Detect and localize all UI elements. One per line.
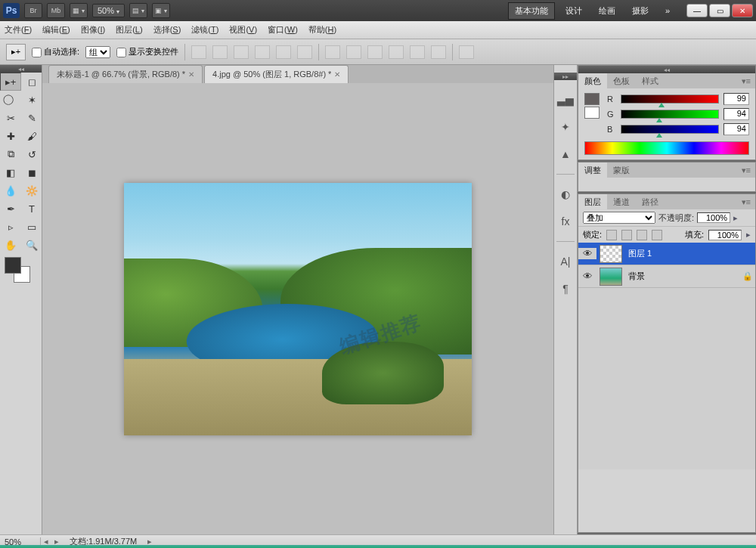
distribute-icon[interactable] — [367, 45, 383, 59]
fill-value[interactable]: 100% — [708, 230, 742, 240]
menu-l[interactable]: 图层(L) — [116, 24, 142, 36]
tab-paths[interactable]: 路径 — [636, 194, 665, 210]
tool-hand[interactable]: ✋ — [0, 236, 21, 254]
align-icon[interactable] — [191, 45, 206, 59]
tool-marquee[interactable]: ◻ — [21, 73, 42, 91]
tool-history[interactable]: ↺ — [21, 145, 42, 163]
layer-row[interactable]: 👁图层 1 — [578, 243, 755, 265]
menu-e[interactable]: 编辑(E) — [42, 24, 70, 36]
window-maximize[interactable]: ▭ — [709, 4, 730, 17]
workspace-more[interactable]: » — [659, 4, 676, 17]
histogram-icon[interactable]: ▃▅ — [557, 92, 574, 107]
workspace-photo[interactable]: 摄影 — [626, 3, 655, 19]
tab-styles[interactable]: 样式 — [636, 73, 665, 89]
close-icon[interactable]: ✕ — [188, 70, 194, 79]
minibridge-icon[interactable]: Mb — [47, 3, 65, 18]
bridge-icon[interactable]: Br — [24, 3, 42, 18]
align-icon[interactable] — [212, 45, 228, 59]
tool-type[interactable]: T — [21, 200, 42, 218]
align-icon[interactable] — [255, 45, 270, 59]
foreground-swatch[interactable] — [5, 257, 21, 274]
strip-handle[interactable]: ▸▸ — [554, 73, 577, 80]
workspace-basic[interactable]: 基本功能 — [508, 2, 555, 20]
document-tab[interactable]: 4.jpg @ 50% (图层 1, RGB/8#) *✕ — [204, 65, 349, 83]
tab-swatches[interactable]: 色板 — [607, 73, 636, 89]
align-icon[interactable] — [297, 45, 312, 59]
screen-mode-icon[interactable]: ▣ — [152, 3, 170, 18]
auto-select-checkbox[interactable]: 自动选择: — [32, 46, 79, 57]
distribute-icon[interactable] — [346, 45, 361, 59]
menu-s[interactable]: 选择(S) — [153, 24, 181, 36]
tool-wand[interactable]: ✶ — [21, 91, 42, 109]
tool-gradient[interactable]: ◼ — [21, 163, 42, 181]
tool-path-sel[interactable]: ▹ — [0, 218, 21, 236]
menu-w[interactable]: 窗口(W) — [268, 24, 298, 36]
menu-v[interactable]: 视图(V) — [229, 24, 257, 36]
lock-position-icon[interactable] — [637, 230, 647, 240]
tool-shape[interactable]: ▭ — [21, 218, 42, 236]
lock-pixels-icon[interactable] — [621, 230, 632, 240]
close-icon[interactable]: ✕ — [334, 70, 340, 79]
menu-f[interactable]: 文件(F) — [5, 24, 32, 36]
canvas[interactable]: 编辑推荐 — [124, 183, 472, 435]
arrange-docs-icon[interactable]: ▤ — [129, 3, 147, 18]
styles-icon[interactable]: fx — [557, 214, 574, 229]
current-tool-icon[interactable]: ▸+ — [6, 44, 26, 60]
tab-color[interactable]: 颜色 — [578, 73, 607, 89]
tool-crop[interactable]: ✂ — [0, 109, 21, 127]
workspace-painting[interactable]: 绘画 — [593, 3, 621, 19]
tab-masks[interactable]: 蒙版 — [607, 163, 636, 178]
lock-all-icon[interactable] — [652, 230, 662, 240]
tool-move[interactable]: ▸+ — [0, 73, 21, 91]
tab-layers[interactable]: 图层 — [578, 194, 607, 210]
align-icon[interactable] — [234, 45, 249, 59]
panel-handle[interactable]: ◂◂ — [578, 66, 755, 73]
align-icon[interactable] — [276, 45, 291, 59]
b-value[interactable]: 94 — [723, 123, 749, 135]
tool-eraser[interactable]: ◧ — [0, 163, 21, 181]
panel-menu-icon[interactable]: ▾≡ — [737, 166, 755, 175]
adjustments-icon[interactable]: ◐ — [557, 187, 574, 202]
window-close[interactable]: ✕ — [732, 4, 753, 17]
spectrum-ramp[interactable] — [584, 141, 749, 155]
color-swatches[interactable] — [0, 254, 42, 284]
b-slider[interactable] — [621, 125, 719, 134]
tool-brush[interactable]: 🖌 — [21, 127, 42, 145]
tool-lasso[interactable]: ⃝ — [0, 91, 21, 109]
toolbox-handle[interactable]: ◂◂ — [0, 65, 42, 73]
menu-i[interactable]: 图像(I) — [81, 24, 105, 36]
layer-name[interactable]: 图层 1 — [625, 248, 740, 259]
distribute-icon[interactable] — [410, 45, 425, 59]
distribute-icon[interactable] — [389, 45, 404, 59]
canvas-viewport[interactable]: 编辑推荐 — [42, 83, 553, 534]
g-value[interactable]: 94 — [723, 108, 749, 120]
menu-t[interactable]: 滤镜(T) — [191, 24, 218, 36]
tab-adjustments[interactable]: 调整 — [578, 163, 607, 178]
document-tab[interactable]: 未标题-1 @ 66.7% (背景, RGB/8) *✕ — [48, 65, 203, 83]
layer-thumbnail[interactable] — [600, 245, 622, 263]
view-extras-icon[interactable]: ▦ — [70, 3, 88, 18]
auto-select-target[interactable]: 组 — [85, 46, 110, 58]
bg-color-chip[interactable] — [584, 107, 600, 119]
distribute-icon[interactable] — [325, 45, 340, 59]
tool-zoom[interactable]: 🔍 — [21, 236, 42, 254]
layer-name[interactable]: 背景 — [625, 271, 740, 282]
visibility-icon[interactable]: 👁 — [578, 248, 596, 259]
tool-eyedrop[interactable]: ✎ — [21, 109, 42, 127]
layer-row[interactable]: 👁背景🔒 — [578, 265, 755, 288]
character-icon[interactable]: A| — [557, 254, 574, 269]
tool-stamp[interactable]: ⧉ — [0, 145, 21, 163]
menu-h[interactable]: 帮助(H) — [308, 24, 336, 36]
zoom-select[interactable]: 50% — [92, 4, 125, 17]
opacity-value[interactable]: 100% — [697, 212, 730, 223]
r-value[interactable]: 99 — [723, 93, 749, 105]
tool-pen[interactable]: ✒ — [0, 200, 21, 218]
window-minimize[interactable]: — — [686, 4, 708, 17]
panel-menu-icon[interactable]: ▾≡ — [737, 76, 755, 86]
blend-mode-select[interactable]: 叠加 — [583, 212, 655, 224]
tool-dodge[interactable]: 🔆 — [21, 181, 42, 200]
workspace-design[interactable]: 设计 — [559, 3, 588, 19]
info-icon[interactable]: ▲ — [557, 147, 574, 162]
tool-heal[interactable]: ✚ — [0, 127, 21, 145]
fg-color-chip[interactable] — [584, 93, 600, 105]
